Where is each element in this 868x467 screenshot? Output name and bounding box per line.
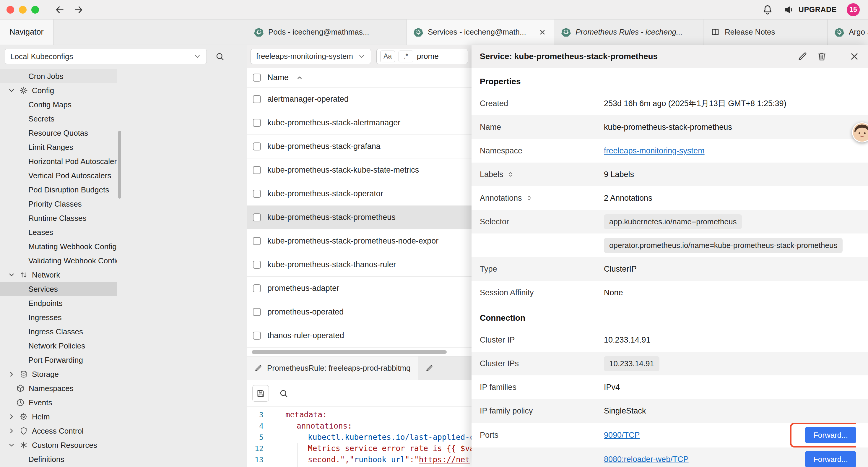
navigator-item-vertical-pod-autoscalers[interactable]: Vertical Pod Autoscalers	[0, 169, 117, 183]
row-checkbox[interactable]	[253, 119, 261, 127]
navigator-item-priority-classes[interactable]: Priority Classes	[0, 197, 117, 211]
navigator-item-config[interactable]: Config	[0, 83, 117, 97]
match-case-toggle[interactable]: Aa	[380, 51, 395, 62]
table-row-kube-prometheus-stack-grafana[interactable]: kube-prometheus-stack-grafana	[247, 135, 471, 158]
namespace-link[interactable]: freeleaps-monitoring-system	[604, 146, 705, 155]
navigator-item-config-maps[interactable]: Config Maps	[0, 97, 117, 112]
navigator-item-port-forwarding[interactable]: Port Forwarding	[0, 353, 117, 367]
navigator-item-access-control[interactable]: Access Control	[0, 424, 117, 438]
navigator-item-endpoints[interactable]: Endpoints	[0, 296, 117, 310]
navigator-item-events[interactable]: Events	[0, 396, 117, 410]
row-checkbox[interactable]	[253, 261, 261, 269]
close-tab-icon[interactable]	[538, 28, 547, 37]
port-link[interactable]: 8080:reloader-web/TCP	[604, 455, 689, 464]
navigator-item-custom-resources[interactable]: Custom Resources	[0, 438, 117, 452]
sort-ascending-icon[interactable]	[296, 74, 303, 82]
yaml-editor[interactable]: 3metadata:4annotations:5kubectl.kubernet…	[247, 407, 471, 467]
table-row-kube-prometheus-stack-alertmanager[interactable]: kube-prometheus-stack-alertmanager	[247, 111, 471, 135]
detail-value: 10.233.14.91	[604, 356, 860, 371]
upgrade-button[interactable]: UPGRADE	[783, 4, 837, 16]
row-checkbox[interactable]	[253, 213, 261, 222]
detail-label-text: Cluster IP	[480, 335, 515, 345]
tab-services-icecheng-math[interactable]: Services - icecheng@math...	[406, 20, 554, 45]
row-checkbox[interactable]	[253, 284, 261, 292]
tab-pods-icecheng-mathmas[interactable]: Pods - icecheng@mathmas...	[247, 20, 406, 45]
editor-tab-prometheusrule[interactable]: PrometheusRule: freeleaps-prod-rabbitmq	[247, 356, 418, 380]
navigator-item-network[interactable]: Network	[0, 268, 117, 282]
tab-release-notes[interactable]: Release Notes	[704, 20, 828, 45]
table-row-kube-prometheus-stack-kube-state-metrics[interactable]: kube-prometheus-stack-kube-state-metrics	[247, 158, 471, 182]
table-row-prometheus-operated[interactable]: prometheus-operated	[247, 300, 471, 324]
navigator-item-limit-ranges[interactable]: Limit Ranges	[0, 140, 117, 154]
navigator-item-mutating-webhook-configurations[interactable]: Mutating Webhook Configurations	[0, 239, 117, 254]
notification-badge[interactable]: 15	[847, 3, 860, 16]
row-checkbox[interactable]	[253, 308, 261, 316]
navigator-item-validating-webhook-configurations[interactable]: Validating Webhook Configurations	[0, 254, 117, 268]
detail-row-continued: operator.prometheus.io/name=kube-prometh…	[471, 233, 868, 257]
navigator-item-resource-quotas[interactable]: Resource Quotas	[0, 126, 117, 140]
navigator-item-network-policies[interactable]: Network Policies	[0, 339, 117, 353]
bell-icon[interactable]	[762, 4, 773, 16]
code-line: 14error rate in freeleaps metrics ser	[247, 465, 471, 467]
table-row-kube-prometheus-stack-prometheus[interactable]: kube-prometheus-stack-prometheus	[247, 206, 471, 229]
navigator-item-pod-disruption-budgets[interactable]: Pod Disruption Budgets	[0, 183, 117, 197]
close-drawer-button[interactable]	[849, 51, 860, 62]
search-input[interactable]: Aa .* prome	[376, 49, 468, 64]
chevron-down-icon	[193, 53, 201, 60]
detail-value: ClusterIP	[604, 265, 860, 274]
tab-prometheus-rules-icecheng[interactable]: Prometheus Rules - icecheng...	[554, 20, 704, 45]
detail-body: PropertiesCreated253d 16h 6m ago (2025年1…	[471, 68, 868, 467]
line-number: 5	[247, 433, 270, 442]
row-checkbox[interactable]	[253, 237, 261, 245]
navigator-item-leases[interactable]: Leases	[0, 225, 117, 239]
sort-arrows-icon[interactable]	[526, 194, 533, 202]
back-button[interactable]	[53, 3, 66, 16]
navigator-search-button[interactable]	[212, 49, 227, 64]
navigator-item-ingress-classes[interactable]: Ingress Classes	[0, 324, 117, 339]
row-checkbox[interactable]	[253, 190, 261, 198]
port-link[interactable]: 9090/TCP	[604, 431, 640, 440]
navigator-item-label: Access Control	[32, 427, 84, 436]
editor-search-button[interactable]	[275, 385, 292, 402]
navigator-item-storage[interactable]: Storage	[0, 367, 117, 381]
zoom-window-button[interactable]	[31, 6, 39, 13]
delete-button[interactable]	[816, 51, 827, 62]
edit-button[interactable]	[797, 51, 808, 62]
namespace-select[interactable]: freeleaps-monitoring-system	[251, 49, 371, 64]
row-checkbox[interactable]	[253, 332, 261, 340]
row-checkbox[interactable]	[253, 143, 261, 150]
navigator-item-namespaces[interactable]: Namespaces	[0, 381, 117, 396]
code-text: kubectl.kubernetes.io/last-applied-co	[270, 433, 471, 442]
navigator-item-horizontal-pod-autoscalers[interactable]: Horizontal Pod Autoscalers	[0, 154, 117, 169]
forward-button[interactable]: Forward...	[805, 427, 856, 443]
tab-argo-se[interactable]: Argo Se	[828, 20, 868, 45]
row-checkbox[interactable]	[253, 166, 261, 174]
navigator-item-helm[interactable]: Helm	[0, 410, 117, 424]
navigator-item-services[interactable]: Services	[0, 282, 117, 296]
navigator-scrollbar[interactable]	[118, 130, 121, 199]
navigator-item-ingresses[interactable]: Ingresses	[0, 310, 117, 324]
table-row-kube-prometheus-stack-operator[interactable]: kube-prometheus-stack-operator	[247, 182, 471, 206]
editor-tab-partial[interactable]	[418, 356, 471, 380]
table-row-prometheus-adapter[interactable]: prometheus-adapter	[247, 276, 471, 300]
table-row-kube-prometheus-stack-prometheus-node-expor[interactable]: kube-prometheus-stack-prometheus-node-ex…	[247, 229, 471, 253]
navigator-item-cron-jobs[interactable]: Cron Jobs	[0, 69, 117, 83]
kubeconfig-select[interactable]: Local Kubeconfigs	[5, 49, 207, 64]
navigator-item-runtime-classes[interactable]: Runtime Classes	[0, 211, 117, 225]
sort-arrows-icon[interactable]	[507, 170, 514, 179]
navigator-item-secrets[interactable]: Secrets	[0, 112, 117, 126]
forward-button[interactable]	[72, 3, 85, 16]
table-row-thanos-ruler-operated[interactable]: thanos-ruler-operated	[247, 324, 471, 348]
regex-toggle[interactable]: .*	[399, 51, 413, 62]
select-all-checkbox[interactable]	[253, 74, 261, 82]
horizontal-scrollbar[interactable]	[252, 350, 447, 354]
save-button[interactable]	[252, 385, 269, 402]
forward-button[interactable]: Forward...	[805, 451, 856, 467]
minimize-window-button[interactable]	[19, 6, 27, 13]
name-column-header[interactable]: Name	[267, 73, 289, 82]
table-row-kube-prometheus-stack-thanos-ruler[interactable]: kube-prometheus-stack-thanos-ruler	[247, 253, 471, 276]
navigator-item-definitions[interactable]: Definitions	[0, 452, 117, 466]
close-window-button[interactable]	[6, 6, 14, 13]
table-row-alertmanager-operated[interactable]: alertmanager-operated	[247, 87, 471, 111]
row-checkbox[interactable]	[253, 95, 261, 103]
